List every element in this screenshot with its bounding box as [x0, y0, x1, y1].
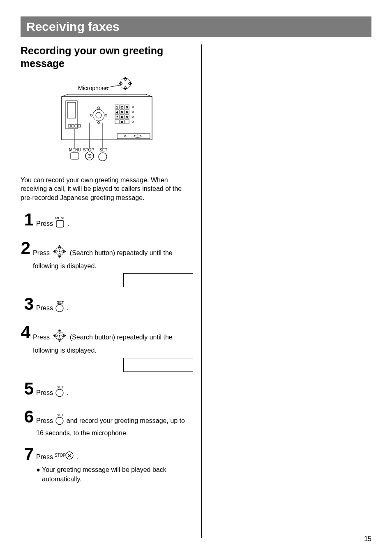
svg-text:6: 6: [126, 111, 128, 114]
svg-text:2: 2: [121, 106, 123, 109]
step-1-text-b: .: [67, 221, 69, 228]
step-2-body: Press: [33, 239, 193, 288]
svg-point-44: [132, 106, 134, 108]
svg-point-66: [62, 251, 63, 252]
step-1: 1 Press MENU .: [21, 211, 193, 232]
step-3-number: 3: [21, 295, 34, 313]
svg-text:MENU: MENU: [69, 148, 81, 152]
step-5: 5 Press SET .: [21, 380, 193, 401]
svg-point-19: [98, 121, 100, 123]
svg-point-75: [59, 335, 60, 336]
svg-point-79: [56, 417, 63, 425]
step-5-text-b: .: [67, 389, 68, 396]
fax-device-svg: Microphone: [53, 76, 160, 167]
step-6: 6 Press SET and record your greeting mes…: [21, 408, 193, 438]
step-3-body: Press SET .: [36, 295, 193, 316]
step-7-bullet-text: Your greeting message will be played bac…: [40, 465, 193, 484]
svg-text:8: 8: [121, 116, 123, 118]
svg-rect-15: [78, 125, 81, 127]
svg-text:1: 1: [116, 106, 118, 109]
stop-button-icon: STOP: [55, 451, 74, 463]
set-button-icon: SET: [55, 300, 65, 315]
section-heading: Recording your own greeting message: [21, 44, 193, 70]
svg-text:3: 3: [126, 106, 128, 109]
svg-rect-31: [115, 120, 119, 124]
svg-point-0: [120, 78, 131, 89]
step-2-number: 2: [21, 239, 30, 257]
svg-text:STOP: STOP: [83, 148, 94, 152]
svg-point-74: [62, 335, 63, 337]
step-7-text-a: Press: [36, 453, 55, 460]
svg-text:5: 5: [121, 111, 123, 114]
step-6-body: Press SET and record your greeting messa…: [36, 408, 193, 438]
svg-point-9: [125, 135, 126, 137]
svg-point-71: [59, 332, 60, 334]
step-2-text-a: Press: [33, 249, 51, 256]
svg-rect-61: [56, 221, 64, 227]
step-1-number: 1: [21, 211, 34, 228]
svg-rect-13: [71, 125, 74, 127]
microphone-label-svg: Microphone: [78, 85, 108, 91]
svg-point-67: [59, 251, 60, 252]
svg-point-46: [132, 116, 134, 118]
svg-point-21: [105, 114, 107, 116]
display-box-1: [123, 273, 193, 287]
svg-point-72: [59, 338, 60, 339]
svg-point-64: [59, 253, 60, 255]
svg-point-18: [98, 107, 100, 109]
step-7-bullet: ● Your greeting message will be played b…: [36, 465, 193, 484]
step-2: 2 Press: [21, 239, 193, 288]
svg-text:SET: SET: [57, 300, 64, 304]
svg-text:MENU: MENU: [55, 216, 65, 220]
step-3-text-a: Press: [36, 305, 55, 312]
svg-text:SET: SET: [99, 148, 107, 152]
step-6-number: 6: [21, 408, 34, 425]
svg-text:SET: SET: [57, 413, 64, 417]
step-7-number: 7: [21, 446, 34, 463]
svg-point-16: [93, 109, 104, 121]
page-title-text: Receiving faxes: [26, 20, 120, 33]
bullet-dot-icon: ●: [36, 465, 40, 484]
step-7-body: Press STOP . ● Your greeting message wil…: [36, 446, 193, 484]
search-nav-icon: [51, 244, 68, 261]
step-3: 3 Press SET .: [21, 295, 193, 316]
svg-text:4: 4: [116, 111, 118, 114]
svg-text:STOP: STOP: [55, 453, 66, 457]
svg-rect-12: [68, 125, 71, 127]
step-5-body: Press SET .: [36, 380, 193, 401]
page-number: 15: [364, 535, 371, 543]
step-4: 4 Press: [21, 324, 193, 373]
step-4-body: Press: [33, 324, 193, 373]
svg-point-77: [56, 389, 63, 397]
menu-button-icon: MENU: [55, 216, 65, 231]
step-6-text-a: Press: [36, 417, 55, 424]
intro-paragraph: You can record your own greeting message…: [21, 176, 193, 202]
svg-rect-33: [125, 120, 129, 124]
svg-point-8: [134, 135, 141, 137]
svg-text:9: 9: [126, 116, 128, 118]
svg-text:7: 7: [116, 116, 118, 118]
device-illustration: Microphone: [21, 76, 193, 168]
svg-point-17: [96, 112, 101, 118]
svg-point-73: [56, 335, 58, 337]
step-4-number: 4: [21, 324, 30, 341]
set-button-icon-3: SET: [55, 413, 65, 428]
step-4-text-a: Press: [33, 334, 51, 341]
svg-point-69: [56, 304, 63, 312]
svg-text:0: 0: [121, 121, 123, 123]
step-7-text-b: .: [76, 453, 78, 460]
step-1-body: Press MENU .: [36, 211, 193, 232]
left-column: Recording your own greeting message: [21, 44, 201, 538]
step-5-number: 5: [21, 380, 34, 397]
set-button-icon-2: SET: [55, 385, 65, 400]
svg-point-20: [90, 114, 92, 116]
svg-rect-7: [117, 134, 150, 139]
step-5-text-a: Press: [36, 389, 55, 396]
svg-text:SET: SET: [57, 385, 64, 389]
svg-point-47: [132, 121, 134, 123]
manual-page: Receiving faxes Recording your own greet…: [0, 0, 392, 555]
svg-point-63: [59, 248, 60, 249]
step-7: 7 Press STOP . ● Your greeting message w…: [21, 446, 193, 484]
svg-rect-52: [71, 153, 79, 159]
svg-point-59: [99, 153, 107, 161]
